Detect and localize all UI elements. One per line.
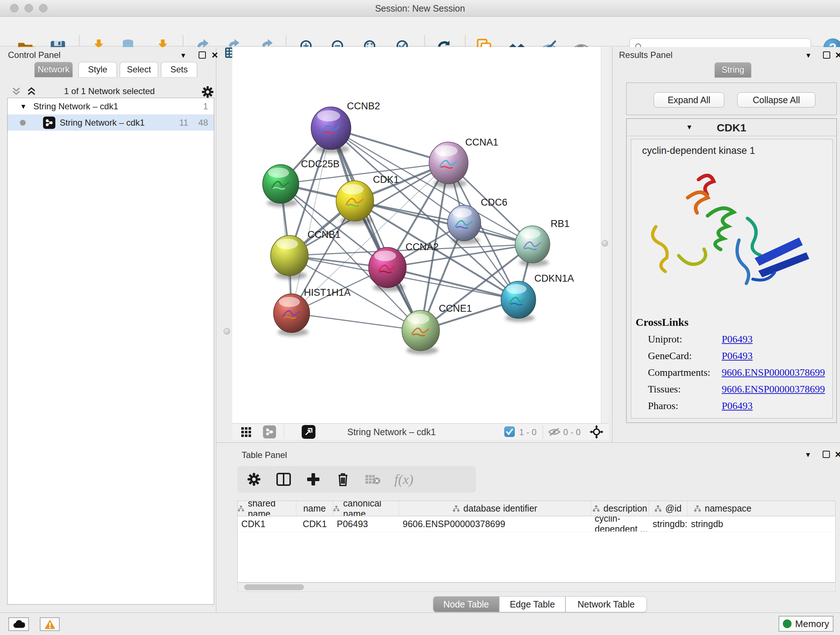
network-node[interactable]: HIST1H1A (273, 287, 351, 336)
panel-menu-icon[interactable]: ▾ (181, 51, 185, 60)
table-toolbar: f(x) (237, 466, 476, 493)
network-row-selected[interactable]: String Network – cdk1 11 48 (8, 114, 214, 131)
cell-description[interactable]: cyclin-dependent ... (591, 516, 649, 532)
network-view-toolbar: String Network – cdk1 1 - 0 0 - 0 (232, 423, 609, 440)
network-canvas[interactable]: CCNB2CCNA1CDC25BCDK1CDC6RB1CCNB1CCNA2CDK… (232, 47, 601, 423)
network-node[interactable]: CCNB1 (271, 229, 341, 279)
tab-string[interactable]: String (714, 62, 752, 78)
warnings-button[interactable] (40, 617, 60, 631)
column-header[interactable]: name (296, 501, 333, 516)
network-node[interactable]: CDC6 (447, 197, 508, 244)
cell-canonical-name[interactable]: P06493 (333, 516, 399, 532)
tab-select[interactable]: Select (120, 62, 158, 77)
column-header[interactable]: description (591, 501, 649, 516)
network-selection-status: 1 of 1 Network selected (3, 86, 216, 96)
table-options-gear-icon[interactable] (246, 471, 262, 487)
float-panel-icon[interactable] (823, 451, 830, 458)
network-edge[interactable] (331, 128, 421, 331)
results-button-box: Expand All Collapse All (626, 82, 837, 115)
column-header[interactable]: canonical name (333, 501, 399, 516)
cell-id[interactable]: stringdb:9... (649, 516, 687, 532)
add-column-icon[interactable] (305, 471, 321, 487)
birdseye-view-icon[interactable] (302, 425, 316, 439)
network-share-icon[interactable] (263, 425, 276, 439)
network-node[interactable]: CCNA1 (429, 137, 499, 188)
crosslink-link[interactable]: P06493 (722, 333, 753, 345)
left-splitter-handle[interactable] (224, 328, 230, 334)
close-panel-icon[interactable]: × (835, 51, 840, 59)
crosslink-link[interactable]: P06493 (722, 350, 753, 362)
panel-menu-icon[interactable]: ▾ (806, 450, 810, 459)
network-edge[interactable] (292, 128, 331, 313)
gene-section: ▾ CDK1 cyclin-dependent kinase 1 (626, 119, 837, 423)
network-options-gear-icon[interactable] (201, 86, 214, 98)
expand-all-button[interactable]: Expand All (654, 92, 724, 108)
selected-counts: 1 - 0 (519, 427, 537, 437)
scrollbar-handle[interactable] (244, 584, 304, 590)
network-node-label: CDK1 (373, 174, 399, 185)
network-node-label: CCNB1 (308, 229, 341, 240)
table-horizontal-scrollbar[interactable] (237, 583, 836, 592)
column-header[interactable]: database identifier (399, 501, 591, 516)
table-row[interactable]: CDK1 CDK1 P06493 9606.ENSP00000378699 cy… (238, 516, 835, 532)
collection-caret-icon[interactable]: ▾ (21, 102, 25, 111)
cell-namespace[interactable]: stringdb (687, 516, 836, 532)
network-node[interactable]: CDKN1A (501, 273, 574, 322)
pan-crosshair-icon[interactable] (590, 425, 603, 439)
network-collection-row[interactable]: ▾ String Network – cdk1 1 (8, 98, 214, 114)
column-type-icon (654, 505, 662, 512)
network-selection-bar: 1 of 1 Network selected (3, 83, 216, 99)
canvas-vertical-scrollbar[interactable] (601, 47, 609, 423)
crosslink-label: Compartments: (638, 367, 722, 378)
network-node-label: CCNB2 (347, 101, 380, 111)
tab-network[interactable]: Network (34, 62, 73, 77)
network-node-count: 11 (179, 118, 188, 128)
string-network-icon (43, 117, 55, 129)
crosslink-row: Compartments:9606.ENSP00000378699 (638, 367, 825, 378)
gene-symbol: CDK1 (627, 122, 836, 134)
close-panel-icon[interactable]: × (835, 451, 840, 458)
network-status-dot-icon (20, 120, 26, 126)
tab-edge-table[interactable]: Edge Table (499, 596, 565, 612)
show-columns-icon[interactable] (276, 471, 292, 487)
cell-name[interactable]: CDK1 (296, 516, 333, 532)
network-label: String Network – cdk1 (60, 118, 145, 128)
column-type-icon (453, 505, 460, 512)
column-header[interactable]: shared name (238, 501, 296, 516)
panel-menu-icon[interactable]: ▾ (806, 51, 810, 60)
cell-shared-name[interactable]: CDK1 (238, 516, 296, 532)
float-panel-icon[interactable] (199, 51, 206, 59)
tab-node-table[interactable]: Node Table (433, 596, 499, 612)
selected-checkbox-icon[interactable] (504, 426, 515, 437)
collapse-all-button[interactable]: Collapse All (737, 92, 815, 108)
network-edge-count: 48 (198, 118, 208, 128)
column-header[interactable]: namespace (687, 501, 836, 516)
node-table[interactable]: shared name name canonical name database… (237, 501, 836, 583)
right-splitter-handle[interactable] (602, 240, 608, 247)
tab-sets[interactable]: Sets (161, 62, 197, 77)
collection-label: String Network – cdk1 (33, 101, 118, 111)
network-edge[interactable] (292, 313, 421, 331)
tab-network-table[interactable]: Network Table (565, 596, 647, 612)
crosslink-link[interactable]: P06493 (722, 400, 753, 412)
float-panel-icon[interactable] (823, 51, 830, 59)
cloud-button[interactable] (8, 617, 29, 631)
column-header[interactable]: @id (649, 501, 687, 516)
table-panel: Table Panel ▾ × f(x) shared name name ca… (216, 442, 840, 613)
column-type-icon (238, 505, 244, 512)
network-node[interactable]: CCNB2 (311, 101, 380, 154)
delete-column-icon[interactable] (335, 471, 351, 487)
network-node[interactable]: RB1 (515, 218, 570, 266)
tab-style[interactable]: Style (79, 62, 117, 77)
table-panel-title: Table Panel (242, 450, 287, 460)
warning-icon (44, 619, 56, 630)
memory-button[interactable]: Memory (778, 616, 834, 632)
close-panel-icon[interactable]: × (212, 51, 218, 59)
crosslink-row: Uniprot:P06493 (638, 333, 825, 345)
gene-section-header[interactable]: ▾ CDK1 (627, 119, 836, 136)
network-node-label: RB1 (551, 218, 570, 229)
crosslink-link[interactable]: 9606.ENSP00000378699 (722, 383, 825, 395)
cell-database-identifier[interactable]: 9606.ENSP00000378699 (399, 516, 591, 532)
crosslink-link[interactable]: 9606.ENSP00000378699 (722, 367, 825, 378)
grid-view-icon[interactable] (241, 427, 252, 438)
